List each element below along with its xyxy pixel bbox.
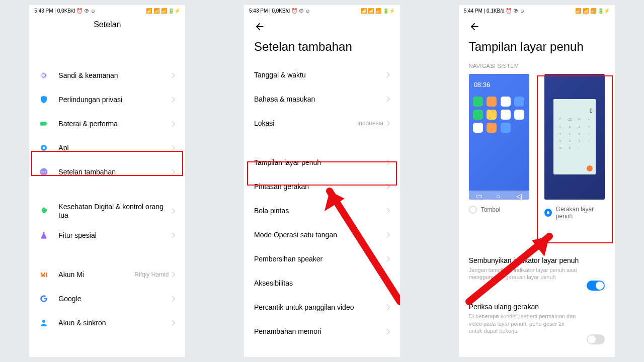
chevron-right-icon: [386, 120, 390, 126]
back-button[interactable]: [244, 16, 400, 34]
back-button[interactable]: [459, 16, 615, 34]
chevron-right-icon: [172, 320, 175, 326]
gear-icon: [39, 143, 48, 152]
svg-point-8: [43, 171, 44, 172]
settings-row[interactable]: LokasiIndonesia: [244, 111, 400, 135]
phone-settings: 5:43 PM | 0,0KB/d ⏰ ℗ ☺ 📶 📶 📶 🔋⚡ Setelan…: [29, 5, 185, 357]
row-label: Kesehatan Digital & kontrol orang tua: [58, 203, 172, 220]
row-value: Indonesia: [357, 120, 383, 127]
option-gesture[interactable]: 0 C⌫%÷789×456−123+±0. Gerakan layar penu…: [544, 74, 605, 220]
chevron-right-icon: [172, 121, 175, 127]
row-label: Perlindungan privasi: [58, 96, 172, 104]
row-label: Tampilan layar penuh: [254, 158, 386, 166]
section-header: NAVIGASI SISTEM: [459, 63, 615, 74]
status-bar: 5:43 PM | 0,0KB/d ⏰ ℗ ☺ 📶 📶 📶 🔋⚡: [29, 5, 185, 16]
settings-row[interactable]: Pembersihan speaker: [244, 247, 400, 271]
row-label: Bahasa & masukan: [254, 95, 386, 103]
row-label: Pembersihan speaker: [254, 255, 386, 263]
battery-icon: [39, 119, 48, 128]
status-bar: 5:43 PM | 0,0KB/d ⏰ ℗ ☺ 📶 📶 📶 🔋⚡: [244, 5, 400, 16]
svg-point-9: [45, 171, 46, 172]
fingerprint-icon: [39, 71, 48, 80]
settings-row[interactable]: Baterai & performa: [29, 112, 185, 136]
switch-hide-indicator[interactable]: Sembunyikan indikator layar penuh Jangan…: [459, 250, 615, 287]
page-title: Tampilan layar penuh: [459, 34, 615, 63]
status-bar: 5:44 PM | 0,1KB/d ⏰ ℗ ☺ 📶 📶 📶 🔋⚡: [459, 5, 615, 16]
chevron-right-icon: [386, 159, 390, 165]
chevron-right-icon: [386, 328, 390, 334]
settings-row[interactable]: Akun & sinkron: [29, 311, 185, 335]
switch-recheck-gesture[interactable]: Periksa ulang gerakan Di beberapa kondis…: [459, 297, 615, 340]
row-label: Mode Operasi satu tangan: [254, 231, 386, 239]
chevron-right-icon: [172, 272, 175, 278]
settings-row[interactable]: Bahasa & masukan: [244, 87, 400, 111]
settings-row[interactable]: Kesehatan Digital & kontrol orang tua: [29, 199, 185, 223]
flask-icon: [39, 231, 48, 240]
preview-gesture: 0 C⌫%÷789×456−123+±0.: [544, 74, 605, 200]
chevron-right-icon: [172, 208, 175, 214]
settings-row[interactable]: Percantik untuk panggilan video: [244, 295, 400, 319]
svg-rect-2: [41, 122, 47, 126]
settings-row[interactable]: Google: [29, 287, 185, 311]
mi-icon: MI: [39, 270, 48, 279]
settings-row[interactable]: Penambahan memori: [244, 319, 400, 343]
person-icon: [39, 318, 48, 327]
row-label: Akun Mi: [58, 270, 134, 279]
row-label: Apl: [58, 144, 172, 152]
toggle-on-icon: [587, 281, 605, 291]
radio-off-icon: [469, 206, 477, 214]
svg-point-10: [43, 208, 45, 210]
row-label: Setelan tambahan: [58, 168, 172, 176]
row-label: Aksesibilitas: [254, 279, 386, 287]
chevron-right-icon: [172, 72, 175, 78]
chevron-right-icon: [386, 208, 390, 214]
phone-fullscreen-display: 5:44 PM | 0,1KB/d ⏰ ℗ ☺ 📶 📶 📶 🔋⚡ Tampila…: [459, 5, 615, 357]
svg-point-5: [43, 147, 45, 149]
row-label: Akun & sinkron: [58, 319, 172, 327]
toggle-off-icon: [587, 334, 605, 344]
chevron-right-icon: [386, 184, 390, 190]
chevron-right-icon: [386, 304, 390, 310]
svg-point-7: [41, 171, 42, 172]
chevron-right-icon: [172, 169, 175, 175]
shield-icon: [39, 95, 48, 104]
chevron-right-icon: [386, 72, 390, 78]
settings-row[interactable]: Bola pintas: [244, 199, 400, 223]
settings-row[interactable]: Perlindungan privasi: [29, 87, 185, 112]
preview-buttons: 08:36 ▭○◁: [469, 74, 529, 200]
chevron-right-icon: [172, 97, 175, 103]
row-label: Penambahan memori: [254, 327, 386, 335]
row-label: Pintasan gerakan: [254, 183, 386, 191]
chevron-right-icon: [172, 232, 175, 238]
row-label: Tanggal & waktu: [254, 71, 386, 79]
row-label: Percantik untuk panggilan video: [254, 303, 386, 311]
chevron-right-icon: [386, 256, 390, 262]
chevron-right-icon: [172, 296, 175, 302]
settings-row[interactable]: MIAkun MiRifqiy Hamid: [29, 262, 185, 287]
chevron-right-icon: [172, 145, 175, 151]
row-label: Sandi & keamanan: [58, 71, 172, 79]
svg-point-11: [42, 320, 45, 323]
settings-row[interactable]: Fitur spesial: [29, 223, 185, 247]
row-label: Google: [58, 295, 172, 303]
settings-row[interactable]: Aksesibilitas: [244, 271, 400, 295]
chevron-right-icon: [386, 232, 390, 238]
settings-row[interactable]: Setelan tambahan: [29, 160, 185, 184]
settings-row[interactable]: Pintasan gerakan: [244, 174, 400, 199]
svg-rect-3: [47, 123, 48, 125]
row-label: Fitur spesial: [58, 231, 172, 239]
settings-row[interactable]: Sandi & keamanan: [29, 63, 185, 87]
chevron-right-icon: [386, 96, 390, 102]
settings-row[interactable]: Mode Operasi satu tangan: [244, 223, 400, 247]
page-title: Setelan tambahan: [244, 34, 400, 63]
chevron-right-icon: [386, 280, 390, 286]
settings-row[interactable]: Tampilan layar penuh: [244, 150, 400, 174]
option-buttons[interactable]: 08:36 ▭○◁ Tombol: [469, 74, 529, 220]
svg-point-0: [41, 72, 48, 79]
settings-row[interactable]: Apl: [29, 136, 185, 160]
settings-row[interactable]: Tanggal & waktu: [244, 63, 400, 87]
row-value: Rifqiy Hamid: [134, 271, 169, 278]
dots-icon: [39, 167, 48, 176]
page-title: Setelan: [29, 16, 185, 33]
g-icon: [39, 294, 48, 303]
